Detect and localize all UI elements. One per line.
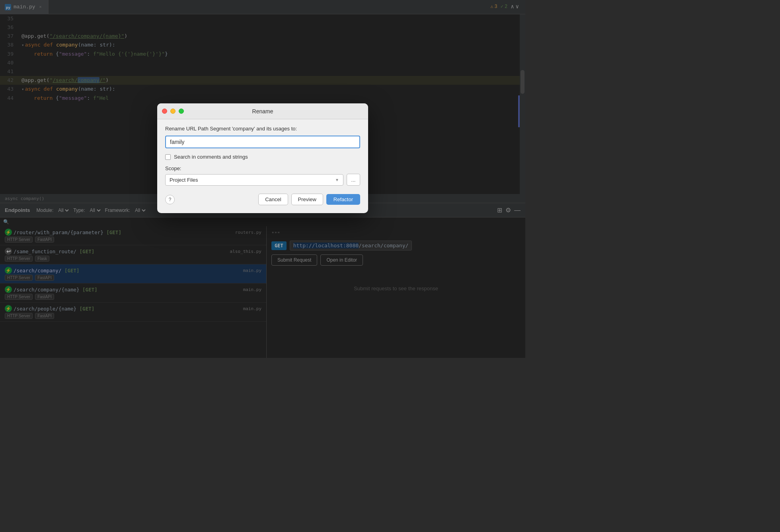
rename-dialog: Rename Rename URL Path Segment 'company'… — [157, 103, 368, 213]
refactor-button[interactable]: Refactor — [326, 194, 360, 205]
search-comments-checkbox[interactable] — [165, 154, 171, 160]
scope-dropdown[interactable]: Project Files ▼ — [165, 174, 343, 186]
search-comments-label: Search in comments and strings — [174, 154, 248, 160]
help-button[interactable]: ? — [165, 195, 175, 204]
chevron-down-icon: ▼ — [335, 178, 339, 182]
zoom-traffic-light[interactable] — [179, 109, 184, 114]
dialog-titlebar: Rename — [157, 103, 368, 119]
dialog-body: Rename URL Path Segment 'company' and it… — [157, 119, 368, 213]
scope-value: Project Files — [170, 177, 198, 183]
checkbox-row: Search in comments and strings — [165, 154, 360, 160]
scope-select-row: Project Files ▼ ... — [165, 174, 360, 186]
preview-button[interactable]: Preview — [291, 194, 323, 205]
dialog-title: Rename — [252, 108, 273, 115]
minimize-traffic-light[interactable] — [170, 109, 176, 114]
scope-label: Scope: — [165, 165, 360, 171]
close-traffic-light[interactable] — [162, 109, 167, 114]
dialog-description: Rename URL Path Segment 'company' and it… — [165, 126, 360, 132]
dialog-overlay: Rename Rename URL Path Segment 'company'… — [0, 0, 525, 358]
cancel-button[interactable]: Cancel — [258, 194, 288, 205]
dialog-actions: ? Cancel Preview Refactor — [165, 192, 360, 205]
scope-dots-button[interactable]: ... — [347, 174, 360, 186]
scope-row: Scope: Project Files ▼ ... — [165, 165, 360, 186]
rename-input[interactable] — [165, 136, 360, 148]
